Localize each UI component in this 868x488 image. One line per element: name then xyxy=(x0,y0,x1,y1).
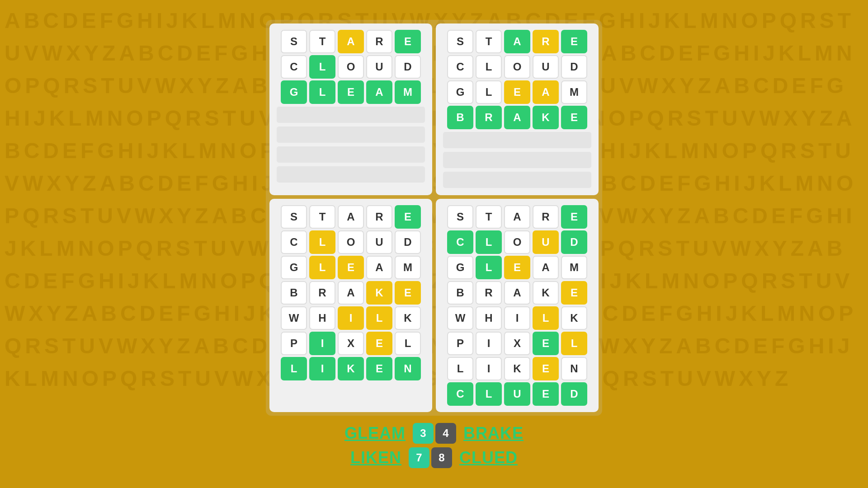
cell: A xyxy=(504,30,530,53)
cell: C xyxy=(281,55,307,79)
cell: R xyxy=(533,205,559,229)
grid-row: C L O U D xyxy=(277,230,425,254)
cell: T xyxy=(476,205,502,229)
grid-row: W H I L K xyxy=(277,306,425,330)
cell: K xyxy=(561,306,587,330)
score-badge-4: 4 xyxy=(435,423,456,444)
cell: O xyxy=(338,230,364,254)
cell: C xyxy=(447,382,473,406)
grid-top-right: S T A R E C L O U D G L E A M B xyxy=(436,23,599,195)
cell: U xyxy=(366,230,392,254)
grid-row: P I X E L xyxy=(277,332,425,355)
cell: W xyxy=(281,306,307,330)
cell: D xyxy=(561,55,587,79)
empty-row xyxy=(443,152,591,168)
cell: X xyxy=(338,332,364,355)
cell: T xyxy=(476,30,502,53)
cell: R xyxy=(476,281,502,305)
cell: E xyxy=(561,205,587,229)
cell: S xyxy=(281,205,307,229)
cell: D xyxy=(395,55,421,79)
cell: E xyxy=(561,106,587,129)
cell: R xyxy=(366,30,392,53)
grid-row: P I X E L xyxy=(443,332,591,355)
cell: L xyxy=(476,382,502,406)
cell: E xyxy=(338,256,364,279)
cell: R xyxy=(309,281,335,305)
cell: L xyxy=(309,230,335,254)
score-badge-8: 8 xyxy=(431,447,452,468)
cell: C xyxy=(447,55,473,79)
cell: E xyxy=(533,332,559,355)
cell: O xyxy=(338,55,364,79)
cell: I xyxy=(338,306,364,330)
cell: U xyxy=(366,55,392,79)
cell: A xyxy=(504,205,530,229)
cell: L xyxy=(476,230,502,254)
cell: T xyxy=(309,205,335,229)
grid-row: S T A R E xyxy=(443,205,591,229)
cell: L xyxy=(447,357,473,380)
cell: I xyxy=(476,332,502,355)
cell: N xyxy=(395,357,421,380)
word-liken: LIKEN xyxy=(350,448,401,467)
cell: E xyxy=(561,30,587,53)
bottom-bar: GLEAM 3 4 BRAKE LIKEN 7 8 CLUED xyxy=(344,423,524,468)
empty-row xyxy=(277,166,425,183)
cell: K xyxy=(533,106,559,129)
cell: A xyxy=(504,281,530,305)
cell: K xyxy=(395,306,421,330)
grid-row: L I K E N xyxy=(277,357,425,380)
cell: A xyxy=(366,80,392,104)
cell: E xyxy=(533,357,559,380)
cell: C xyxy=(281,230,307,254)
grid-row: B R A K E xyxy=(443,106,591,129)
cell: K xyxy=(504,357,530,380)
grid-row: S T A R E xyxy=(277,205,425,229)
grid-row: W H I L K xyxy=(443,306,591,330)
cell: R xyxy=(366,205,392,229)
cell: E xyxy=(366,332,392,355)
empty-row xyxy=(277,127,425,143)
grid-row: C L U E D xyxy=(443,382,591,406)
cell: T xyxy=(309,30,335,53)
cell: S xyxy=(281,30,307,53)
grid-row: C L O U D xyxy=(277,55,425,79)
cell: P xyxy=(447,332,473,355)
cell: S xyxy=(447,205,473,229)
cell: O xyxy=(504,55,530,79)
cell: H xyxy=(309,306,335,330)
grid-row: C L O U D xyxy=(443,55,591,79)
score-row-1: GLEAM 3 4 BRAKE xyxy=(344,423,524,444)
cell: K xyxy=(338,357,364,380)
cell: B xyxy=(281,281,307,305)
empty-row xyxy=(277,146,425,163)
cell: A xyxy=(366,256,392,279)
cell: E xyxy=(561,281,587,305)
cell: B xyxy=(447,106,473,129)
score-badges-2: 7 8 xyxy=(409,447,452,468)
cell: E xyxy=(366,357,392,380)
grid-row: G L E A M xyxy=(277,80,425,104)
cell: L xyxy=(561,332,587,355)
score-row-2: LIKEN 7 8 CLUED xyxy=(350,447,518,468)
cell: W xyxy=(447,306,473,330)
empty-row xyxy=(443,172,591,188)
grid-row: G L E A M xyxy=(443,80,591,104)
cell: E xyxy=(395,281,421,305)
cell: C xyxy=(447,230,473,254)
cell: X xyxy=(504,332,530,355)
cell: L xyxy=(309,80,335,104)
cell: A xyxy=(533,256,559,279)
score-badges-1: 3 4 xyxy=(413,423,456,444)
cell: A xyxy=(338,281,364,305)
cell: H xyxy=(476,306,502,330)
cell: I xyxy=(309,357,335,380)
grid-row: G L E A M xyxy=(443,256,591,279)
grid-row: C L O U D xyxy=(443,230,591,254)
cell: I xyxy=(309,332,335,355)
grid-top-left: S T A R E C L O U D G L E A M xyxy=(269,23,432,195)
cell: D xyxy=(561,230,587,254)
empty-row xyxy=(277,107,425,123)
cell: S xyxy=(447,30,473,53)
